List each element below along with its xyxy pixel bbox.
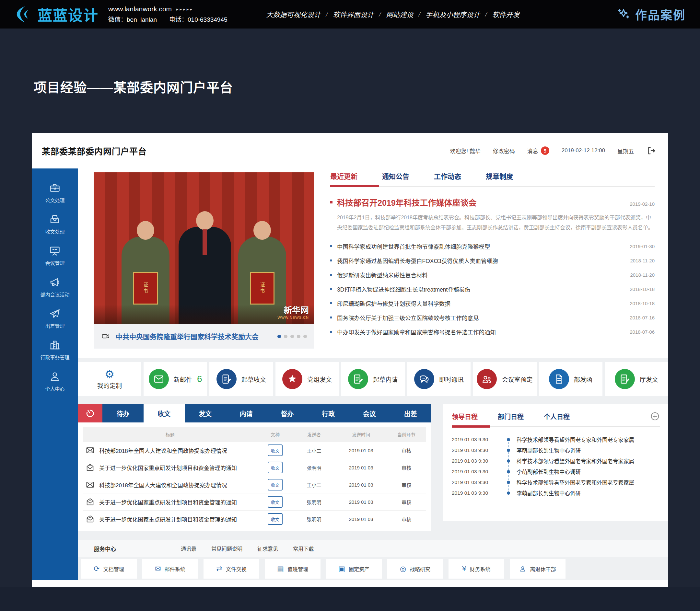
news-item[interactable]: 印尼珊瑚礁保护与修复计划获得大量科学数据 2018-10-18 xyxy=(330,296,655,310)
task-tab-outgoing[interactable]: 发文 xyxy=(185,404,226,422)
quick-draft-internal[interactable]: 起草内请 xyxy=(341,362,405,396)
task-tab-meeting[interactable]: 会议 xyxy=(349,404,390,422)
quick-meeting-room[interactable]: 会议室预定 xyxy=(473,362,536,396)
app-finance-system[interactable]: ¥ 财务系统 xyxy=(449,559,504,579)
quick-draft-incoming[interactable]: 起草收文 xyxy=(209,362,273,396)
carousel-caption-link[interactable]: 中共中央国务院隆重举行国家科学技术奖励大会 xyxy=(116,331,272,341)
featured-news[interactable]: 科技部召开2019年科技工作媒体座谈会 2019-02-10 xyxy=(330,196,655,208)
portal-title: 某部委某部委内网门户平台 xyxy=(42,145,147,157)
mail-open-icon xyxy=(86,515,94,523)
news-item[interactable]: 3D打印植入物促进神经细胞生长以treatment脊髓损伤 2018-10-18 xyxy=(330,282,655,296)
app-strategy-research[interactable]: ◎ 战略研究 xyxy=(387,559,443,579)
change-password-link[interactable]: 修改密码 xyxy=(493,147,515,155)
task-tab-admin[interactable]: 行政 xyxy=(308,404,349,422)
table-row[interactable]: 科技部2018年全国人大建议和全国政协提案办理情况 收文 王小二 2019 01… xyxy=(83,442,426,459)
active-tab-underline xyxy=(452,426,490,428)
site-nav: 大数据可视化设计 / 软件界面设计 / 网站建设 / 手机及小程序设计 / 软件… xyxy=(266,10,520,19)
site-url[interactable]: www.lanlanwork.com xyxy=(108,5,172,13)
gear-icon: ⚙ xyxy=(105,369,114,380)
messages-link[interactable]: 消息 5 xyxy=(527,146,549,155)
link-contacts[interactable]: 通讯录 xyxy=(181,545,196,552)
app-file-exchange[interactable]: ⇄ 文件交换 xyxy=(204,559,259,579)
quick-new-mail[interactable]: 新邮件 6 xyxy=(144,362,207,396)
carousel-dot[interactable] xyxy=(277,335,281,338)
red-bullet xyxy=(330,201,333,204)
link-faq[interactable]: 常见问题说明 xyxy=(211,545,243,552)
featured-news-title[interactable]: 科技部召开2019年科技工作媒体座谈会 xyxy=(337,196,630,208)
cases-link[interactable]: 作品案例 xyxy=(616,6,686,23)
briefcase-icon xyxy=(49,182,61,194)
logout-icon[interactable] xyxy=(646,146,656,155)
link-feedback[interactable]: 征求意见 xyxy=(257,545,278,552)
link-downloads[interactable]: 常用下载 xyxy=(293,545,314,552)
tab-dept-schedule[interactable]: 部门日程 xyxy=(498,412,524,421)
task-tab-supervision[interactable]: 督办 xyxy=(267,404,308,422)
nav-item-software-ui[interactable]: 软件界面设计 xyxy=(333,10,374,19)
timeline-dot xyxy=(507,449,510,452)
quick-office-dispatch[interactable]: 厅发文 xyxy=(605,362,668,396)
news-item[interactable]: 国务院办公厅关于加强三级公立医院绩效考核工作的意见 2018-07-16 xyxy=(330,310,655,325)
carousel-dot[interactable] xyxy=(303,335,307,338)
quick-dept-letter[interactable]: 部发函 xyxy=(539,362,602,396)
task-tab-internal[interactable]: 内请 xyxy=(225,404,267,422)
schedule-item[interactable]: 2019 01 03 9:30 李萌副部长到生物中心调研 xyxy=(452,488,660,498)
app-fixed-assets[interactable]: ▣ 固定资产 xyxy=(326,559,382,579)
sidebar-item-dept-activities[interactable]: 部内会议活动 xyxy=(40,276,69,298)
datetime-text: 2019-02-12 12:00 xyxy=(562,147,605,154)
schedule-item[interactable]: 2019 01 03 9:30 李萌副部长到生物中心调研 xyxy=(452,445,660,456)
table-row[interactable]: 科技部2018年全国人大建议和全国政协提案办理情况 收文 王小二 2019 01… xyxy=(83,476,426,493)
table-row[interactable]: 关于进一步优化国家重点研发计划项目和资金管理的通知 收文 张明明 2019 01… xyxy=(83,459,426,476)
news-item[interactable]: 中国科学家成功创建世界首批生物节律紊乱体细胞克隆猴模型 2019-01-30 xyxy=(330,239,655,253)
table-row[interactable]: 关于进一步优化国家重点研发计划项目和资金管理的通知 收文 张明明 2019 01… xyxy=(83,493,426,510)
news-item[interactable]: 俄罗斯研发出新型纳米磁性复合材料 2018-11-20 xyxy=(330,268,655,282)
featured-news-summary: 2019年2月1日，科技部举行2018年度考核总结表彰会。科技部部长、党组书记王… xyxy=(337,212,655,233)
tab-notices[interactable]: 通知公告 xyxy=(382,171,409,181)
app-mail-system[interactable]: ✉ 邮件系统 xyxy=(142,559,198,579)
task-tab-travel[interactable]: 出差 xyxy=(390,404,431,422)
app-retired-cadres[interactable]: 离退休干部 xyxy=(510,559,566,579)
news-item[interactable]: 中办印发关于做好国家勋章和国家荣誉称号提名评选工作的通知 2018-07-06 xyxy=(330,325,655,339)
add-schedule-icon[interactable] xyxy=(650,412,660,421)
sidebar-item-personal-center[interactable]: 个人中心 xyxy=(45,371,64,392)
mail-open-icon xyxy=(86,463,94,472)
carousel-caption: 中共中央国务院隆重举行国家科学技术奖励大会 xyxy=(94,324,314,348)
task-tab-todo[interactable]: 待办 xyxy=(102,404,144,422)
carousel-dots xyxy=(277,335,307,338)
tab-personal-schedule[interactable]: 个人日程 xyxy=(544,412,570,421)
table-row[interactable]: 关于进一步优化国家重点研发计划项目和资金管理的通知 收文 张明明 2019 01… xyxy=(83,510,426,527)
tab-recent-updates[interactable]: 最近更新 xyxy=(330,171,358,181)
tab-regulations[interactable]: 规章制度 xyxy=(486,171,513,181)
megaphone-icon xyxy=(49,276,61,288)
quick-instant-messaging[interactable]: 即时通讯 xyxy=(407,362,470,396)
tab-work-trends[interactable]: 工作动态 xyxy=(434,171,461,181)
news-tabs: 最近更新 通知公告 工作动态 规章制度 xyxy=(330,171,655,187)
app-duty-management[interactable]: ▦ 值班管理 xyxy=(265,559,321,579)
quick-party-dispatch[interactable]: 党组发文 xyxy=(276,362,339,396)
carousel-dot[interactable] xyxy=(290,335,294,338)
carousel-dot[interactable] xyxy=(297,335,301,338)
power-icon[interactable] xyxy=(78,404,102,422)
schedule-item[interactable]: 2019 01 03 9:30 李萌副部长到生物中心调研 xyxy=(452,466,660,477)
sidebar-item-incoming-docs[interactable]: 收文处理 xyxy=(45,213,64,235)
hero-photo[interactable]: 证书 证书 新华网 WWW.NEWS.CN xyxy=(94,172,314,324)
schedule-item[interactable]: 2019 01 03 9:30 科学技术部领导看望外国老专家和外国老专家家属 xyxy=(452,477,660,488)
sidebar-item-meeting-mgmt[interactable]: 会议管理 xyxy=(45,245,64,266)
carousel-dot[interactable] xyxy=(284,335,288,338)
nav-item-website[interactable]: 网站建设 xyxy=(386,10,413,19)
sidebar-item-travel-mgmt[interactable]: 出差管理 xyxy=(45,308,64,329)
app-doc-management[interactable]: ⟳ 文档管理 xyxy=(81,559,137,579)
envelope-icon: ✉ xyxy=(155,565,161,572)
sidebar-item-admin-affairs[interactable]: 行政事务管理 xyxy=(40,339,69,361)
schedule-item[interactable]: 2019 01 03 9:30 科学技术部领导看望外国老专家和外国老专家家属 xyxy=(452,456,660,466)
task-tab-incoming[interactable]: 收文 xyxy=(144,404,185,422)
logo[interactable]: 蓝蓝设计 xyxy=(14,4,99,25)
nav-item-dev[interactable]: 软件开发 xyxy=(492,10,520,19)
quick-my-custom[interactable]: ⚙ 我的定制 xyxy=(78,362,141,396)
news-item[interactable]: 我国科学家通过基因编辑长寿蛋白FOXO3获得优质人类血管细胞 2018-11-2… xyxy=(330,253,655,268)
nav-item-bigdata[interactable]: 大数据可视化设计 xyxy=(266,10,321,19)
tab-leader-schedule[interactable]: 领导日程 xyxy=(452,412,478,421)
arrows-decor: ▸▸▸▸▸ xyxy=(176,7,193,12)
sidebar-item-official-docs[interactable]: 公文处理 xyxy=(45,182,64,204)
nav-item-mobile[interactable]: 手机及小程序设计 xyxy=(425,10,480,19)
schedule-item[interactable]: 2019 01 03 9:30 科学技术部领导看望外国老专家和外国老专家家属 xyxy=(452,434,660,445)
